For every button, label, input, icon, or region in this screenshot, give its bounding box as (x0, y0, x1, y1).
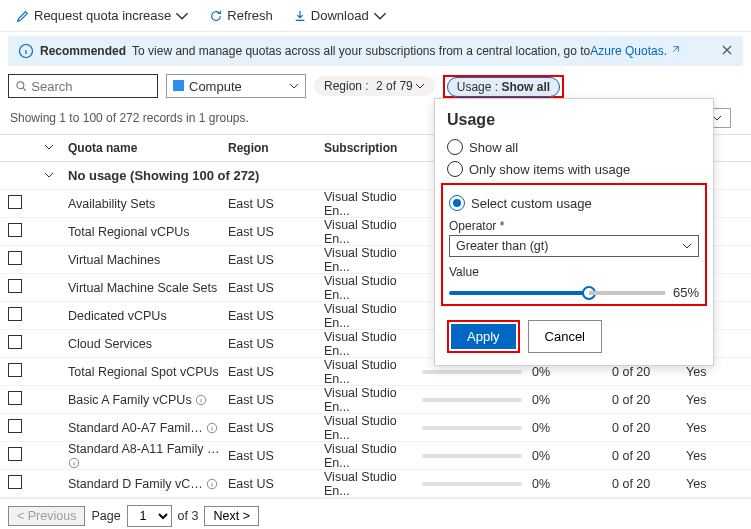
row-checkbox[interactable] (8, 307, 22, 321)
adjustable-cell: Yes (686, 421, 726, 435)
row-checkbox[interactable] (8, 335, 22, 349)
region-cell: East US (228, 477, 324, 491)
row-checkbox[interactable] (8, 251, 22, 265)
adjustable-cell: Yes (686, 477, 726, 491)
next-button[interactable]: Next > (204, 506, 258, 526)
quota-name: Total Regional Spot vCPUs (68, 365, 228, 379)
subscription-cell: Visual Studio En... (324, 330, 422, 358)
refresh-button[interactable]: Refresh (201, 4, 281, 27)
subscription-cell: Visual Studio En... (324, 190, 422, 218)
provider-select[interactable]: Compute (166, 74, 306, 98)
usage-percent: 0% (532, 449, 550, 463)
usage-percent: 0% (532, 477, 550, 491)
pager: < Previous Page 1 of 3 Next > (0, 498, 751, 529)
row-checkbox[interactable] (8, 195, 22, 209)
search-icon (15, 79, 27, 93)
subscription-cell: Visual Studio En... (324, 218, 422, 246)
adjustable-cell: Yes (686, 449, 726, 463)
chevron-down-icon (175, 9, 189, 23)
usage-bar (422, 426, 522, 430)
row-checkbox[interactable] (8, 391, 22, 405)
value-slider[interactable] (449, 291, 665, 295)
row-checkbox[interactable] (8, 475, 22, 489)
highlight-apply: Apply (447, 320, 520, 353)
radio-only-usage[interactable]: Only show items with usage (447, 161, 701, 177)
highlight-usage-pill: Usage : Show all (443, 75, 564, 98)
panel-title: Usage (447, 111, 701, 129)
table-row[interactable]: Standard A8-A11 Family … East USVisual S… (0, 442, 751, 470)
quota-name: Virtual Machines (68, 253, 228, 267)
info-icon (18, 43, 34, 59)
page-select[interactable]: 1 (127, 505, 172, 527)
subscription-cell: Visual Studio En... (324, 442, 422, 470)
table-row[interactable]: Basic A Family vCPUs East USVisual Studi… (0, 386, 751, 414)
download-button[interactable]: Download (285, 4, 395, 27)
request-quota-increase-button[interactable]: Request quota increase (8, 4, 197, 27)
subscription-cell: Visual Studio En... (324, 246, 422, 274)
compute-icon (173, 80, 184, 91)
row-checkbox[interactable] (8, 223, 22, 237)
radio-icon (447, 161, 463, 177)
radio-custom-usage[interactable]: Select custom usage (449, 195, 699, 211)
label: Request quota increase (34, 8, 171, 23)
chevron-down-icon[interactable] (44, 142, 54, 152)
azure-quotas-link[interactable]: Azure Quotas. (590, 44, 680, 58)
quota-name: Standard A0-A7 Famil… (68, 421, 228, 435)
of-cell: 0 of 20 (612, 393, 686, 407)
region-cell: East US (228, 309, 324, 323)
subscription-cell: Visual Studio En... (324, 274, 422, 302)
close-icon (721, 44, 733, 56)
highlight-custom-section: Select custom usage Operator * Greater t… (441, 183, 707, 306)
adjustable-cell: Yes (686, 393, 726, 407)
quota-name: Standard A8-A11 Family … (68, 442, 228, 470)
subscription-cell: Visual Studio En... (324, 470, 422, 498)
cancel-button[interactable]: Cancel (528, 320, 602, 353)
of-cell: 0 of 20 (612, 421, 686, 435)
subscription-cell: Visual Studio En... (324, 358, 422, 386)
header-quota-name[interactable]: Quota name (68, 141, 228, 155)
region-cell: East US (228, 393, 324, 407)
usage-bar (422, 398, 522, 402)
slider-thumb[interactable] (582, 286, 596, 300)
usage-percent: 0% (532, 365, 550, 379)
region-cell: East US (228, 337, 324, 351)
region-filter-pill[interactable]: Region : 2 of 79 (314, 76, 435, 96)
usage-filter-pill[interactable]: Usage : Show all (447, 77, 560, 97)
svg-point-1 (17, 82, 24, 89)
info-icon (68, 457, 80, 469)
region-cell: East US (228, 225, 324, 239)
pencil-icon (16, 9, 30, 23)
header-region[interactable]: Region (228, 141, 324, 155)
of-text: of 3 (178, 509, 199, 523)
chevron-down-icon (44, 170, 54, 180)
region-cell: East US (228, 281, 324, 295)
of-cell: 0 of 20 (612, 365, 686, 379)
apply-button[interactable]: Apply (451, 324, 516, 349)
value-label: Value (449, 265, 699, 279)
quota-name: Availability Sets (68, 197, 228, 211)
previous-button[interactable]: < Previous (8, 506, 85, 526)
search-box[interactable] (8, 74, 158, 98)
operator-select[interactable]: Greater than (gt) (449, 235, 699, 257)
close-banner-button[interactable] (721, 42, 733, 60)
row-checkbox[interactable] (8, 363, 22, 377)
table-row[interactable]: Standard D Family vC… East USVisual Stud… (0, 470, 751, 498)
row-checkbox[interactable] (8, 447, 22, 461)
radio-show-all[interactable]: Show all (447, 139, 701, 155)
radio-icon (447, 139, 463, 155)
radio-icon-selected (449, 195, 465, 211)
quota-name: Total Regional vCPUs (68, 225, 228, 239)
row-checkbox[interactable] (8, 419, 22, 433)
refresh-icon (209, 9, 223, 23)
region-cell: East US (228, 253, 324, 267)
row-checkbox[interactable] (8, 279, 22, 293)
title: Recommended (40, 44, 126, 58)
usage-bar (422, 482, 522, 486)
of-cell: 0 of 20 (612, 449, 686, 463)
table-row[interactable]: Standard A0-A7 Famil… East USVisual Stud… (0, 414, 751, 442)
chevron-down-icon (415, 81, 425, 91)
search-input[interactable] (31, 79, 151, 94)
region-cell: East US (228, 421, 324, 435)
value-percent: 65% (673, 285, 699, 300)
header-subscription[interactable]: Subscription (324, 141, 422, 155)
